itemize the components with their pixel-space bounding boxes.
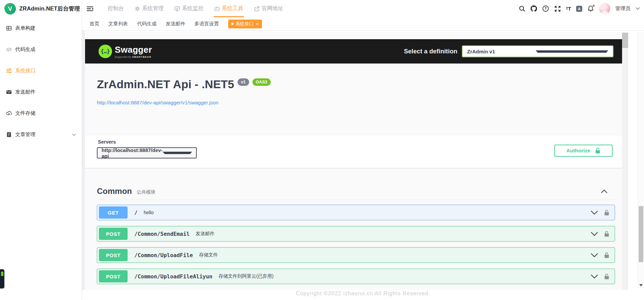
sidebar: V ZRAdmin.NET后台管理 表单构建 代码生成 系统接口 (0, 0, 82, 300)
tab-label: 系统接口 (236, 21, 254, 27)
lock-icon[interactable] (604, 209, 609, 216)
sidebar-item-label: 系统接口 (15, 68, 35, 74)
tab-code-gen[interactable]: 代码生成 (137, 21, 157, 27)
tab-send-mail[interactable]: 发送邮件 (166, 21, 185, 27)
nav-item-label: 系统工具 (222, 5, 243, 12)
page-footer: Copyright ©2022 izhaorui.cn All Rights R… (82, 290, 644, 300)
chevron-up-icon[interactable] (601, 189, 608, 194)
authorize-button[interactable]: Authorize (554, 145, 613, 157)
font-size-icon[interactable]: TT (566, 6, 571, 11)
method-badge: GET (99, 206, 128, 219)
nav-item-system-mgmt[interactable]: 系统管理 (129, 0, 169, 17)
method-badge: POST (99, 249, 128, 261)
tags-view-bar: 首页 文章列表 代码生成 发送邮件 多语言设置 系统接口 × (82, 17, 644, 31)
definition-select[interactable]: ZrAdmin v1 (462, 45, 614, 57)
endpoint-summary: 存储文件 (199, 252, 218, 258)
chevron-down-icon[interactable] (591, 210, 598, 215)
endpoint-path: /Common/SendEmail (134, 231, 190, 237)
sidebar-item-label: 发送邮件 (15, 89, 35, 95)
spec-url-link[interactable]: http://localhost:8887/dev-api/swagger/v1… (97, 100, 218, 105)
top-menu: 控制台 系统管理 系统监控 系统工具 (102, 0, 289, 17)
external-link-icon (254, 6, 260, 11)
lock-icon[interactable] (604, 231, 609, 237)
content-gutter (82, 31, 85, 290)
endpoint-row-get-hello[interactable]: GET / hello (97, 205, 615, 220)
user-menu-chevron-icon[interactable] (636, 7, 640, 10)
scrollbar-thumb[interactable] (639, 206, 643, 262)
sidebar-collapse-icon[interactable] (85, 4, 94, 13)
endpoint-path: /Common/UploadFileAliyun (134, 273, 212, 280)
tab-home[interactable]: 首页 (89, 21, 99, 27)
search-icon[interactable] (519, 5, 526, 12)
devtools-edge-tab[interactable] (0, 269, 4, 289)
swagger-panel: {…} Swagger Supported by SMARTBEAR Selec… (85, 32, 622, 290)
cloud-upload-icon (6, 110, 12, 116)
tab-article-list[interactable]: 文章列表 (108, 21, 128, 27)
user-name[interactable]: 管理员 (615, 5, 630, 12)
chevron-down-icon (163, 152, 192, 154)
notifications-bell-icon[interactable] (587, 5, 594, 12)
unlock-icon (595, 147, 600, 154)
method-badge: POST (99, 270, 128, 282)
close-icon[interactable]: × (256, 21, 259, 26)
tag-section-common[interactable]: Common 公共模块 (97, 182, 615, 200)
endpoint-row-upload-file-aliyun[interactable]: POST /Common/UploadFileAliyun 存储文件到阿里云(已… (97, 269, 615, 284)
chevron-down-icon[interactable] (591, 274, 598, 279)
navbar-actions: ? TT A 管理员 (519, 3, 644, 14)
translate-icon[interactable]: A (576, 6, 582, 12)
swagger-scrollbar[interactable] (622, 32, 628, 290)
sidebar-item-send-mail[interactable]: 发送邮件 (0, 81, 81, 103)
sidebar-item-article-mgmt[interactable]: 文章管理 (0, 124, 81, 145)
sidebar-item-form-builder[interactable]: 表单构建 (0, 18, 81, 39)
app-logo-row[interactable]: V ZRAdmin.NET后台管理 (0, 0, 82, 17)
nav-item-label: 系统监控 (182, 5, 204, 12)
active-tab-dot (231, 23, 234, 25)
nav-item-console[interactable]: 控制台 (102, 0, 129, 17)
nav-item-system-monitor[interactable]: 系统监控 (169, 0, 209, 17)
fullscreen-icon[interactable] (554, 5, 561, 12)
notification-dot (592, 4, 595, 7)
lock-icon[interactable] (604, 252, 609, 258)
sidebar-item-label: 表单构建 (15, 25, 35, 31)
endpoint-summary: hello (144, 210, 154, 215)
chevron-down-icon[interactable] (591, 232, 598, 236)
method-badge: POST (99, 228, 128, 240)
tab-i18n-settings[interactable]: 多语言设置 (194, 21, 219, 27)
sidebar-item-label: 文件存储 (15, 110, 35, 117)
user-avatar[interactable] (599, 3, 610, 14)
scrollbar-thumb[interactable] (622, 33, 628, 48)
sidebar-item-code-gen[interactable]: 代码生成 (0, 39, 81, 60)
gear-icon (135, 6, 140, 11)
tab-system-api[interactable]: 系统接口 × (228, 20, 262, 28)
toolbox-icon (214, 6, 220, 11)
app-logo: V (4, 2, 16, 15)
app-title: ZRAdmin.NET后台管理 (19, 5, 80, 12)
copyright-text: Copyright ©2022 izhaorui.cn All Rights R… (296, 290, 430, 297)
endpoint-summary: 发送邮件 (196, 231, 215, 237)
github-icon[interactable] (531, 5, 537, 12)
nav-item-label: 系统管理 (142, 5, 164, 12)
scroll-down-arrow-icon[interactable] (639, 284, 643, 286)
chevron-down-icon[interactable] (591, 253, 598, 257)
endpoint-row-upload-file[interactable]: POST /Common/UploadFile 存储文件 (97, 247, 615, 263)
nav-item-system-tools[interactable]: 系统工具 (209, 0, 249, 17)
sidebar-item-file-storage[interactable]: 文件存储 (0, 103, 81, 124)
endpoint-path: /Common/UploadFile (134, 252, 193, 258)
help-icon[interactable]: ? (542, 5, 549, 12)
top-navbar: 控制台 系统管理 系统监控 系统工具 (82, 0, 644, 17)
servers-label: Servers (98, 139, 116, 145)
swagger-topbar: {…} Swagger Supported by SMARTBEAR Selec… (85, 39, 622, 64)
endpoint-path: / (134, 209, 138, 216)
chevron-down-icon (536, 50, 608, 53)
definition-select-label: Select a definition (404, 48, 457, 55)
section-description: 公共模块 (137, 189, 156, 195)
section-name: Common (97, 186, 132, 196)
servers-select[interactable]: http://localhost:8887/dev-api (97, 147, 197, 158)
endpoint-row-send-email[interactable]: POST /Common/SendEmail 发送邮件 (97, 226, 615, 242)
window-scrollbar[interactable] (638, 32, 644, 288)
swagger-wordmark: Swagger (115, 45, 152, 55)
sidebar-item-system-api[interactable]: 系统接口 (0, 60, 81, 81)
lock-icon[interactable] (604, 273, 609, 280)
main-content: {…} Swagger Supported by SMARTBEAR Selec… (82, 31, 644, 300)
nav-item-official-site[interactable]: 官网地址 (249, 0, 289, 17)
